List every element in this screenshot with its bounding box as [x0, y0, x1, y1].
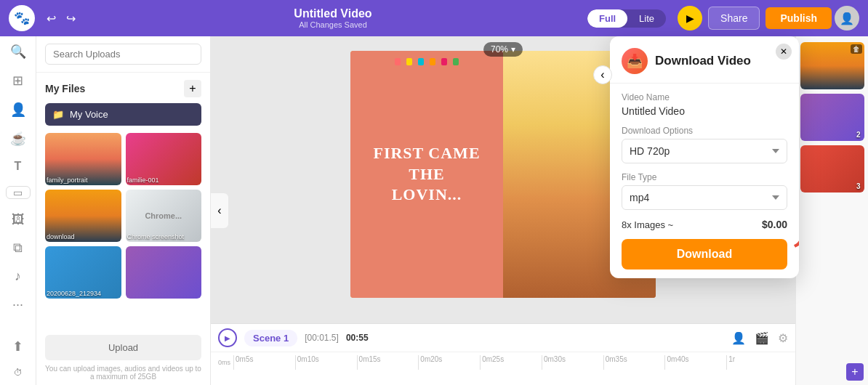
- file-type-label: File Type: [622, 172, 787, 182]
- folder-icon: 📁: [52, 109, 64, 120]
- app-logo[interactable]: 🐾: [9, 5, 35, 31]
- filmstrip-delete-1[interactable]: 🗑: [851, 44, 862, 54]
- sidebar-item-layers[interactable]: ⧉: [6, 240, 31, 256]
- thumb-familie-001[interactable]: familie-001: [126, 133, 202, 185]
- download-panel-header: 📥 Download Video ✕: [610, 36, 799, 84]
- sidebar-item-media[interactable]: ⊞: [6, 73, 31, 89]
- ruler-mark-7: 0m35s: [603, 355, 665, 370]
- ruler-mark-6: 0m30s: [542, 355, 603, 370]
- ruler-mark-5: 0m25s: [480, 355, 542, 370]
- topbar-actions: ▶ Share Publish: [678, 6, 832, 31]
- icon-bar: 🔍 ⊞ 👤 ☕ T ▭ 🖼 ⧉ ♪ ··· ⬆ ⏱: [0, 36, 36, 385]
- filmstrip-item-2[interactable]: 2: [800, 94, 864, 141]
- scene-text: First camethelovin...: [366, 136, 487, 213]
- thumb-photo-1[interactable]: 20200628_212934: [45, 246, 121, 299]
- uploads-panel: My Files + 📁 My Voice family_portrait fa…: [36, 36, 211, 385]
- resolution-select[interactable]: HD 720p Full HD 1080p 4K: [622, 139, 787, 163]
- zoom-control[interactable]: 70% ▾: [483, 42, 523, 57]
- uploads-search-area: [36, 36, 210, 73]
- logo-emoji: 🐾: [14, 10, 30, 26]
- mode-toggle: Full Lite: [587, 9, 666, 28]
- filmstrip-num-3: 3: [856, 182, 861, 190]
- download-options-label: Download Options: [622, 126, 787, 136]
- undo-button[interactable]: ↩: [44, 9, 59, 28]
- my-voice-label: My Voice: [70, 109, 108, 120]
- sidebar-item-text[interactable]: T: [6, 160, 31, 173]
- search-input[interactable]: [45, 44, 201, 65]
- thumb-screenshot[interactable]: Chrome... Chrome screenshot: [126, 190, 202, 242]
- project-title: Untitled Video: [79, 7, 587, 20]
- filmstrip-item-3[interactable]: 3: [800, 145, 864, 192]
- my-voice-item[interactable]: 📁 My Voice: [45, 103, 201, 126]
- video-name-label: Video Name: [622, 92, 787, 102]
- play-preview-button[interactable]: ▶: [678, 6, 702, 31]
- sidebar-item-upload[interactable]: ⬆: [6, 339, 31, 354]
- settings-icon-tl[interactable]: ⚙: [778, 331, 788, 345]
- ruler-mark-3: 0m15s: [357, 355, 419, 370]
- thumb-label-5: 20200628_212934: [47, 290, 101, 297]
- timeline-bar: ▶ Scene 1 [00:01.5] 00:55 👤 🎬 ⚙ 0ms 0m5s…: [211, 323, 795, 385]
- scene-time-start: [00:01.5]: [305, 333, 339, 343]
- sidebar-item-bg[interactable]: ▭: [6, 186, 31, 199]
- download-panel-title: Download Video: [655, 54, 751, 68]
- download-button[interactable]: Download: [622, 239, 787, 270]
- ruler-mark-2: 0m10s: [295, 355, 357, 370]
- timeline-scene-row: ▶ Scene 1 [00:01.5] 00:55 👤 🎬 ⚙: [211, 324, 795, 352]
- sidebar-item-elements[interactable]: ☕: [6, 131, 31, 147]
- canvas-nav-left[interactable]: ‹: [211, 193, 228, 228]
- panel-back-button[interactable]: ‹: [593, 65, 612, 84]
- thumb-photo-2[interactable]: [126, 246, 202, 299]
- images-row: 8x Images ~ $0.00: [622, 219, 787, 230]
- sidebar-item-more[interactable]: ···: [6, 297, 31, 312]
- ruler-mark-9: 1r: [726, 355, 788, 370]
- thumb-download[interactable]: download: [45, 190, 121, 242]
- person-icon-tl[interactable]: 👤: [731, 331, 746, 345]
- title-area: Untitled Video All Changes Saved: [79, 7, 587, 29]
- add-files-button[interactable]: +: [184, 80, 201, 97]
- download-icon-circle: 📥: [622, 48, 648, 74]
- my-files-header: My Files +: [45, 80, 201, 97]
- full-mode-button[interactable]: Full: [587, 9, 627, 28]
- ruler-marks: 0m5s 0m10s 0m15s 0m20s 0m25s 0m30s 0m35s…: [233, 355, 788, 370]
- ruler-mark-4: 0m20s: [418, 355, 480, 370]
- video-name-value: Untitled Video: [622, 105, 787, 117]
- thumb-family-portrait[interactable]: family_portrait: [45, 133, 121, 185]
- redo-button[interactable]: ↪: [63, 9, 79, 28]
- video-icon-tl[interactable]: 🎬: [755, 331, 769, 345]
- filetype-select[interactable]: mp4 mov gif webm: [622, 185, 787, 210]
- undo-redo-group: ↩ ↪: [44, 9, 79, 28]
- download-panel: 📥 Download Video ✕ Video Name Untitled V…: [610, 36, 799, 278]
- add-scene-container: +: [846, 363, 864, 381]
- download-panel-body: Video Name Untitled Video Download Optio…: [610, 84, 799, 278]
- filmstrip-num-2: 2: [856, 131, 861, 139]
- play-icon: ▶: [686, 12, 694, 24]
- sidebar-item-person[interactable]: 👤: [6, 102, 31, 118]
- sidebar-item-images[interactable]: 🖼: [6, 212, 31, 227]
- upload-button[interactable]: Upload: [45, 335, 201, 360]
- avatar[interactable]: 👤: [835, 6, 859, 31]
- timeline-ruler: 0ms 0m5s 0m10s 0m15s 0m20s 0m25s 0m30s 0…: [211, 352, 795, 373]
- zoom-label: 70%: [491, 44, 508, 54]
- images-label: 8x Images ~: [622, 219, 673, 230]
- ruler-start-label: 0ms: [218, 359, 230, 366]
- sidebar-item-search[interactable]: 🔍: [6, 44, 31, 60]
- sidebar-item-history[interactable]: ⏱: [6, 368, 31, 378]
- upload-note: You can upload images, audios and videos…: [36, 360, 210, 385]
- thumb-label-4: Chrome screenshot: [127, 233, 185, 240]
- filmstrip-item-1[interactable]: 🗑: [800, 42, 864, 89]
- thumbnail-grid: family_portrait familie-001 download Chr…: [45, 133, 201, 299]
- add-scene-button[interactable]: +: [846, 363, 864, 381]
- timeline-play-button[interactable]: ▶: [218, 328, 237, 347]
- publish-button[interactable]: Publish: [765, 7, 832, 29]
- right-panel: 🗑 2 3 +: [795, 36, 868, 385]
- panel-close-button[interactable]: ✕: [776, 44, 792, 60]
- thumb-label-2: familie-001: [127, 177, 159, 184]
- sidebar-item-music[interactable]: ♪: [6, 269, 31, 284]
- lite-mode-button[interactable]: Lite: [627, 9, 666, 28]
- images-price: $0.00: [762, 219, 787, 230]
- my-files-label: My Files: [45, 83, 85, 94]
- timeline-icons: 👤 🎬 ⚙: [731, 331, 788, 345]
- ruler-mark-1: 0m5s: [233, 355, 295, 370]
- share-button[interactable]: Share: [708, 7, 760, 30]
- scene-left: First camethelovin...: [350, 51, 503, 298]
